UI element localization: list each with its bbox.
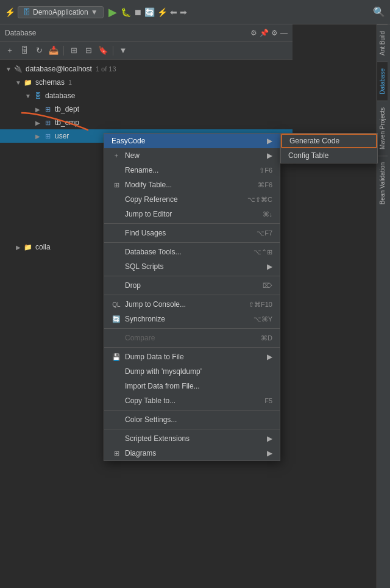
menu-color-settings[interactable]: Color Settings... bbox=[104, 412, 280, 427]
app-name-label: DemoApplication bbox=[33, 8, 88, 16]
user-icon: ⊞ bbox=[43, 131, 52, 141]
submenu-generate-code[interactable]: Generate Code bbox=[281, 134, 377, 148]
menu-database-tools[interactable]: Database Tools... ⌥⌃⊞ bbox=[104, 245, 280, 259]
filter-button[interactable]: ▼ bbox=[117, 45, 129, 57]
tab-maven-projects[interactable]: Maven Projects bbox=[377, 101, 388, 156]
new-arrow: ▶ bbox=[267, 151, 272, 160]
tree-root[interactable]: ▼ 🔌 database@localhost 1 of 13 bbox=[0, 62, 292, 76]
debug-icon-7: ➡ bbox=[180, 7, 187, 17]
run-button[interactable]: ▶ bbox=[108, 5, 117, 19]
compare-shortcut: ⌘D bbox=[261, 334, 272, 342]
menu-sql-scripts[interactable]: SQL Scripts ▶ bbox=[104, 259, 280, 274]
tb-dept-label: tb_dept bbox=[55, 105, 79, 113]
colla-arrow: ▶ bbox=[15, 243, 22, 251]
separator-7 bbox=[104, 410, 280, 411]
scripted-icon bbox=[112, 434, 121, 443]
copy-table-icon bbox=[112, 396, 121, 406]
sync-icon: 🔄 bbox=[112, 314, 121, 324]
toolbar-separator-2 bbox=[113, 46, 113, 56]
app-icon: 🗄 bbox=[23, 8, 30, 16]
menu-easycode[interactable]: EasyCode ▶ bbox=[104, 134, 280, 148]
diagrams-label: Diagrams bbox=[125, 449, 263, 457]
easycode-submenu: Generate Code Config Table bbox=[280, 133, 378, 163]
copy-ref-label: Copy Reference bbox=[125, 195, 247, 204]
search-icon-top[interactable]: 🔍 bbox=[373, 6, 385, 18]
debug-icon-4: 🔄 bbox=[144, 7, 155, 17]
menu-find-usages[interactable]: Find Usages ⌥F7 bbox=[104, 226, 280, 240]
debug-icon-3: ⏹ bbox=[133, 7, 142, 17]
menu-new[interactable]: + New ▶ bbox=[104, 148, 280, 163]
menu-drop[interactable]: Drop ⌦ bbox=[104, 278, 280, 293]
sql-label: SQL Scripts bbox=[125, 262, 263, 271]
menu-jump-console[interactable]: QL Jump to Console... ⇧⌘F10 bbox=[104, 297, 280, 312]
menu-scripted-ext[interactable]: Scripted Extensions ▶ bbox=[104, 431, 280, 446]
tree-database[interactable]: ▼ 🗄 database bbox=[0, 89, 292, 102]
jump-console-label: Jump to Console... bbox=[125, 300, 249, 309]
separator-3 bbox=[104, 276, 280, 276]
diagrams-icon: ⊞ bbox=[112, 448, 121, 458]
separator-1 bbox=[104, 223, 280, 224]
db-tools-label: Database Tools... bbox=[125, 248, 254, 256]
menu-import-data[interactable]: Import Data from File... bbox=[104, 379, 280, 393]
separator-8 bbox=[104, 429, 280, 429]
app-selector[interactable]: 🗄 DemoApplication ▼ bbox=[18, 6, 104, 18]
collapse-icon[interactable]: — bbox=[280, 29, 288, 37]
user-arrow: ▶ bbox=[34, 132, 41, 140]
sync-label: Synchronize bbox=[125, 315, 254, 323]
gear-icon[interactable]: ⚙ bbox=[271, 29, 278, 37]
tab-ant-build[interactable]: Ant Build bbox=[377, 24, 388, 62]
menu-copy-table[interactable]: Copy Table to... F5 bbox=[104, 393, 280, 408]
modify-table-label: Modify Table... bbox=[125, 181, 258, 189]
tree-tb-emp[interactable]: ▶ ⊞ tb_emp bbox=[0, 116, 292, 129]
menu-dump-data[interactable]: 💾 Dump Data to File ▶ bbox=[104, 350, 280, 364]
rename-shortcut: ⇧F6 bbox=[259, 167, 272, 174]
bookmark-button[interactable]: 🔖 bbox=[97, 45, 109, 57]
menu-copy-reference[interactable]: Copy Reference ⌥⇧⌘C bbox=[104, 192, 280, 207]
menu-dump-mysql[interactable]: Dump with 'mysqldump' bbox=[104, 364, 280, 379]
find-usages-label: Find Usages bbox=[125, 229, 257, 237]
debug-icon-1: ⚡ bbox=[5, 7, 15, 17]
copy-ref-shortcut: ⌥⇧⌘C bbox=[247, 196, 272, 204]
diagrams-arrow: ▶ bbox=[267, 449, 272, 457]
import-button[interactable]: 📥 bbox=[48, 45, 60, 57]
drop-icon bbox=[112, 281, 121, 290]
find-usages-icon bbox=[112, 228, 121, 238]
menu-synchronize[interactable]: 🔄 Synchronize ⌥⌘Y bbox=[104, 312, 280, 326]
new-icon: + bbox=[112, 151, 121, 160]
menu-jump-editor[interactable]: Jump to Editor ⌘↓ bbox=[104, 207, 280, 221]
add-button[interactable]: + bbox=[4, 45, 16, 57]
scripted-arrow: ▶ bbox=[267, 434, 272, 443]
tree-tb-dept[interactable]: ▶ ⊞ tb_dept bbox=[0, 102, 292, 116]
tab-database[interactable]: Database bbox=[377, 62, 388, 101]
config-table-label: Config Table bbox=[288, 151, 329, 160]
table-button[interactable]: ⊟ bbox=[82, 45, 94, 57]
user-label: user bbox=[55, 132, 69, 140]
import-icon bbox=[112, 381, 121, 391]
schemas-count: 1 bbox=[68, 79, 72, 86]
new-label: New bbox=[125, 151, 263, 160]
refresh-button[interactable]: ↻ bbox=[33, 45, 45, 57]
db-icon-button[interactable]: 🗄 bbox=[18, 45, 30, 57]
tab-bean-validation[interactable]: Bean Validation bbox=[377, 156, 388, 210]
settings-icon[interactable]: ⚙ bbox=[250, 29, 257, 37]
grid-button[interactable]: ⊞ bbox=[68, 45, 80, 57]
schemas-icon: 📁 bbox=[23, 77, 33, 87]
submenu-config-table[interactable]: Config Table bbox=[281, 148, 377, 163]
pin-icon[interactable]: 📌 bbox=[260, 29, 269, 37]
schemas-label: schemas bbox=[35, 78, 65, 87]
database-label: database bbox=[45, 91, 75, 100]
menu-modify-table[interactable]: ⊞ Modify Table... ⌘F6 bbox=[104, 177, 280, 192]
db-tools-icon bbox=[112, 247, 121, 257]
jump-console-icon: QL bbox=[112, 299, 121, 309]
tree-schemas[interactable]: ▼ 📁 schemas 1 bbox=[0, 76, 292, 89]
easycode-label: EasyCode bbox=[112, 137, 263, 145]
dump-mysql-label: Dump with 'mysqldump' bbox=[125, 367, 272, 376]
menu-rename[interactable]: Rename... ⇧F6 bbox=[104, 163, 280, 177]
menu-diagrams[interactable]: ⊞ Diagrams ▶ bbox=[104, 446, 280, 461]
toolbar-separator-1 bbox=[63, 46, 64, 56]
panel-toolbar: + 🗄 ↻ 📥 ⊞ ⊟ 🔖 ▼ bbox=[0, 41, 292, 60]
colla-icon: 📁 bbox=[23, 242, 33, 252]
right-tabs-panel: Ant Build Database Maven Projects Bean V… bbox=[377, 24, 390, 588]
colla-label: colla bbox=[35, 243, 51, 251]
find-usages-shortcut: ⌥F7 bbox=[257, 229, 272, 237]
